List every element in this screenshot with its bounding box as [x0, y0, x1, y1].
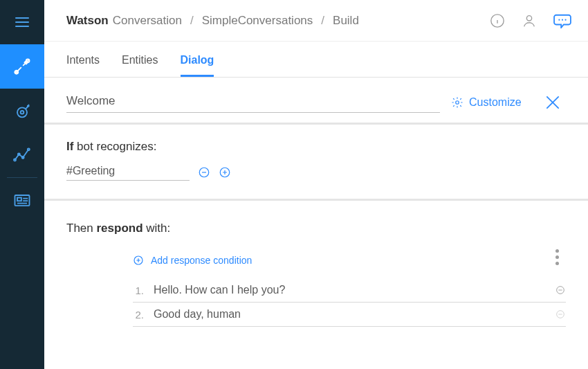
header-bar: Watson Conversation / SimpleConversation…	[44, 0, 588, 42]
nav-improve[interactable]	[0, 133, 44, 177]
svg-point-13	[562, 19, 563, 20]
remove-response-icon[interactable]	[555, 285, 566, 296]
respond-suffix: with:	[143, 222, 171, 235]
nav-build[interactable]	[0, 44, 44, 89]
tab-entities[interactable]: Entities	[122, 54, 158, 77]
close-icon[interactable]	[544, 93, 562, 111]
breadcrumb-section: Build	[333, 14, 359, 28]
svg-point-15	[456, 100, 459, 104]
breadcrumb-sep: /	[317, 14, 329, 28]
nav-deploy[interactable]	[0, 89, 44, 133]
tab-intents[interactable]: Intents	[66, 54, 100, 77]
node-name-input[interactable]	[66, 91, 440, 113]
condition-input[interactable]	[66, 163, 190, 181]
breadcrumb-workspace[interactable]: SimpleConversations	[202, 14, 313, 28]
hamburger-icon	[15, 17, 29, 27]
condition-heading: If bot recognizes:	[66, 140, 566, 154]
remove-condition-icon[interactable]	[198, 166, 210, 179]
breadcrumb-brand: Watson	[66, 14, 109, 28]
response-text[interactable]: Hello. How can I help you?	[154, 284, 545, 296]
response-index: 2.	[133, 309, 144, 321]
svg-rect-9	[17, 198, 21, 201]
left-nav-rail	[0, 0, 44, 369]
breadcrumb-sep: /	[186, 14, 198, 28]
plus-circle-icon	[133, 255, 144, 266]
menu-button[interactable]	[0, 0, 44, 44]
response-text[interactable]: Good day, human	[154, 308, 545, 321]
info-icon[interactable]	[490, 13, 505, 28]
response-line[interactable]: 2. Good day, human	[133, 303, 566, 327]
add-response-condition-button[interactable]: Add response condition	[133, 255, 252, 266]
add-response-condition-label: Add response condition	[151, 255, 252, 266]
remove-response-icon[interactable]	[555, 309, 566, 320]
nav-credentials[interactable]	[0, 178, 44, 222]
breadcrumb-product: Conversation	[113, 14, 182, 28]
respond-heading: Then respond with:	[44, 201, 588, 238]
customize-label: Customize	[469, 96, 522, 109]
analytics-icon	[12, 145, 32, 165]
svg-point-12	[558, 19, 560, 20]
breadcrumb: Watson Conversation / SimpleConversation…	[66, 14, 490, 28]
condition-heading-rest: bot recognizes:	[73, 140, 156, 153]
response-index: 1.	[133, 285, 144, 296]
try-it-icon[interactable]	[553, 13, 571, 28]
wrench-icon	[12, 57, 32, 76]
customize-button[interactable]: Customize	[451, 96, 522, 109]
tab-dialog[interactable]: Dialog	[181, 54, 214, 77]
target-icon	[12, 101, 32, 120]
svg-point-3	[21, 111, 24, 114]
respond-prefix: Then	[66, 222, 96, 235]
tab-bar: Intents Entities Dialog	[44, 42, 588, 78]
gear-icon	[451, 96, 463, 109]
response-line[interactable]: 1. Hello. How can I help you?	[133, 278, 566, 303]
respond-bold: respond	[96, 222, 143, 235]
response-menu-icon[interactable]	[555, 249, 559, 265]
svg-point-11	[526, 15, 531, 20]
condition-panel: If bot recognizes:	[44, 125, 588, 199]
svg-point-14	[564, 19, 566, 20]
if-label: If	[66, 140, 73, 153]
add-condition-icon[interactable]	[219, 166, 231, 179]
id-card-icon	[12, 190, 32, 210]
user-icon[interactable]	[522, 13, 537, 28]
